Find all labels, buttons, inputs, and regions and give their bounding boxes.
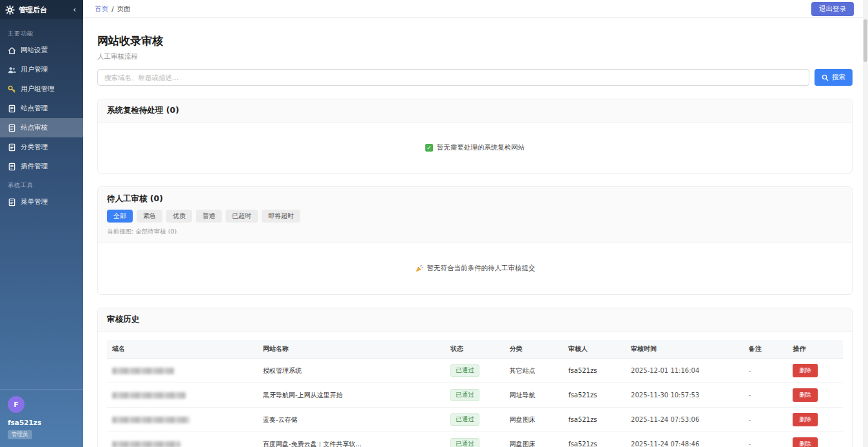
redacted-domain: [112, 417, 189, 423]
system-recheck-title: 系统复检待处理 (0): [98, 99, 852, 123]
pending-review-empty-state: 暂无符合当前条件的待人工审核提交: [98, 243, 852, 294]
breadcrumb-separator: /: [111, 5, 114, 13]
filter-premium[interactable]: 优质: [166, 210, 192, 223]
search-bar: 搜索: [97, 69, 853, 86]
pending-review-title: 待人工审核 (0): [107, 194, 843, 204]
delete-button[interactable]: 删除: [793, 413, 818, 426]
audit-history-table: 域名 网站名称 状态 分类 审核人 审核时间 备注 操作: [107, 340, 843, 447]
filter-normal[interactable]: 普通: [196, 210, 222, 223]
sidebar-item-user-management[interactable]: 用户管理: [0, 60, 83, 79]
document-icon: [8, 163, 16, 171]
filter-soon-overdue[interactable]: 即将超时: [262, 210, 300, 223]
sidebar: 管理后台 ‹ 主要功能 网站设置 用户管理 用户组管理 站点管理: [0, 0, 83, 447]
document-icon: [8, 104, 16, 113]
filter-pills: 全部 紧急 优质 普通 已超时 即将超时: [107, 210, 843, 223]
audit-history-title: 审核历史: [98, 308, 852, 332]
party-icon: [415, 264, 423, 273]
sidebar-item-category-management[interactable]: 分类管理: [0, 137, 83, 157]
sidebar-item-site-settings[interactable]: 网站设置: [0, 41, 83, 60]
page-title: 网站收录审核: [97, 34, 853, 48]
vertical-scrollbar[interactable]: [863, 0, 868, 447]
sidebar-item-label: 分类管理: [21, 143, 48, 152]
review-time: 2025-11-24 07:48:46: [626, 432, 744, 447]
user-role-badge: 管理员: [8, 430, 32, 439]
reviewer: fsa521zs: [563, 408, 626, 432]
status-badge: 已通过: [450, 364, 479, 377]
table-row: 百度网盘-免费云盘｜文件共享软... 已通过 网盘图床 fsa521zs 202…: [107, 432, 843, 447]
home-icon: [8, 46, 16, 55]
sidebar-item-site-management[interactable]: 站点管理: [0, 99, 83, 118]
filter-overdue[interactable]: 已超时: [226, 210, 258, 223]
delete-button[interactable]: 删除: [793, 388, 818, 402]
redacted-domain: [112, 392, 186, 399]
review-time: 2025-11-30 10:57:53: [626, 383, 744, 408]
breadcrumb-current: 页面: [117, 5, 131, 14]
sidebar-item-label: 插件管理: [21, 162, 48, 171]
logout-button[interactable]: 退出登录: [811, 2, 854, 16]
sidebar-item-label: 网站设置: [21, 46, 48, 55]
search-button-label: 搜索: [832, 73, 845, 82]
category: 网盘图床: [505, 408, 563, 432]
scrollbar-thumb[interactable]: [863, 19, 867, 62]
table-row: 授权管理系统 已通过 其它站点 fsa521zs 2025-12-01 11:1…: [107, 359, 843, 383]
table-row: 蓝奏-云存储 已通过 网盘图床 fsa521zs 2025-11-24 07:5…: [107, 408, 843, 432]
document-icon: [8, 198, 16, 206]
pending-review-card: 待人工审核 (0) 全部 紧急 优质 普通 已超时 即将超时 当前视图: 全部待…: [97, 186, 853, 295]
col-actions: 操作: [787, 340, 843, 359]
site-name: 授权管理系统: [258, 359, 445, 383]
current-view-label: 当前视图: 全部待审核 (0): [107, 228, 843, 236]
gear-icon: [5, 5, 15, 15]
sidebar-item-label: 用户组管理: [21, 84, 55, 94]
sidebar-item-label: 菜单管理: [21, 197, 48, 206]
page-subtitle: 人工审核流程: [97, 52, 853, 61]
table-row: 黑牙导航网-上网从这里开始 已通过 网址导航 fsa521zs 2025-11-…: [107, 383, 843, 408]
note: -: [744, 432, 788, 447]
search-icon: [822, 74, 829, 81]
review-time: 2025-11-24 07:53:06: [626, 408, 744, 432]
site-name: 百度网盘-免费云盘｜文件共享软...: [258, 432, 445, 447]
col-note: 备注: [744, 340, 788, 359]
sidebar-item-plugin-management[interactable]: 插件管理: [0, 157, 83, 176]
status-badge: 已通过: [450, 438, 479, 447]
reviewer: fsa521zs: [563, 383, 626, 408]
table-header-row: 域名 网站名称 状态 分类 审核人 审核时间 备注 操作: [107, 340, 843, 359]
sidebar-item-usergroup-management[interactable]: 用户组管理: [0, 79, 83, 99]
avatar[interactable]: F: [8, 396, 24, 413]
search-button[interactable]: 搜索: [815, 69, 853, 86]
col-status: 状态: [445, 340, 504, 359]
sidebar-collapse-button[interactable]: ‹: [71, 5, 78, 14]
topbar: 首页 / 页面 退出登录: [83, 0, 868, 18]
system-recheck-card: 系统复检待处理 (0) ✓ 暂无需要处理的系统复检网站: [97, 99, 853, 174]
search-input[interactable]: [97, 69, 809, 86]
redacted-domain: [112, 441, 180, 447]
username: fsa521zs: [8, 419, 75, 426]
site-name: 黑牙导航网-上网从这里开始: [258, 383, 445, 408]
audit-history-card: 审核历史 域名 网站名称 状态 分类: [97, 308, 853, 447]
col-category: 分类: [505, 340, 563, 359]
sidebar-item-menu-management[interactable]: 菜单管理: [0, 192, 83, 212]
page-content: 网站收录审核 人工审核流程 搜索 系统复检待处理 (0) ✓ 暂无需要处理的系统…: [83, 18, 868, 447]
delete-button[interactable]: 删除: [793, 364, 818, 377]
sidebar-nav: 主要功能 网站设置 用户管理 用户组管理 站点管理 站点审核: [0, 19, 83, 389]
category: 其它站点: [505, 359, 563, 383]
review-time: 2025-12-01 11:16:04: [626, 359, 744, 383]
category: 网址导航: [505, 383, 563, 408]
delete-button[interactable]: 删除: [793, 437, 818, 447]
app-title: 管理后台: [19, 5, 71, 15]
pending-review-header: 待人工审核 (0) 全部 紧急 优质 普通 已超时 即将超时 当前视图: 全部待…: [98, 187, 852, 243]
note: -: [744, 383, 788, 408]
main-area: 首页 / 页面 退出登录 网站收录审核 人工审核流程 搜索 系统复检待处理 (0…: [83, 0, 868, 447]
breadcrumb-home-link[interactable]: 首页: [95, 5, 108, 14]
filter-urgent[interactable]: 紧急: [137, 210, 162, 223]
col-site-name: 网站名称: [258, 340, 445, 359]
document-icon: [8, 143, 16, 152]
site-name: 蓝奏-云存储: [258, 408, 445, 432]
sidebar-item-site-audit[interactable]: 站点审核: [0, 118, 83, 137]
filter-all[interactable]: 全部: [107, 210, 133, 223]
redacted-domain: [112, 368, 174, 374]
reviewer: fsa521zs: [563, 359, 626, 383]
sidebar-section-label: 系统工具: [0, 176, 83, 192]
reviewer: fsa521zs: [563, 432, 626, 447]
col-domain: 域名: [107, 340, 258, 359]
sidebar-user-panel: F fsa521zs 管理员: [0, 389, 83, 447]
